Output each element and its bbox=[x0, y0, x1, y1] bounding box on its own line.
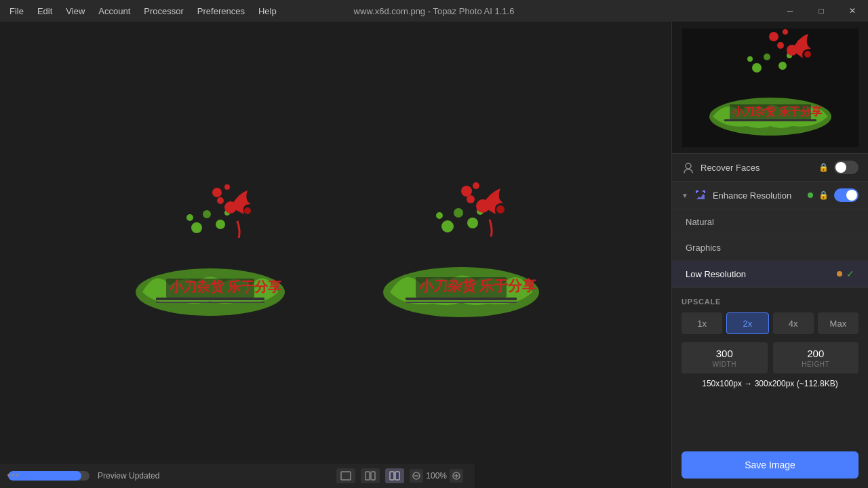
close-button[interactable]: ✕ bbox=[837, 0, 868, 22]
svg-rect-42 bbox=[390, 472, 394, 480]
svg-point-9 bbox=[217, 197, 224, 204]
menu-view[interactable]: View bbox=[59, 3, 92, 19]
upscale-4x-button[interactable]: 4x bbox=[773, 312, 814, 334]
zoom-decrease-button[interactable] bbox=[410, 469, 423, 483]
width-label: WIDTH bbox=[687, 361, 762, 368]
svg-rect-39 bbox=[341, 472, 351, 480]
svg-rect-43 bbox=[395, 472, 399, 480]
enhance-active-dot bbox=[808, 192, 813, 198]
svg-point-29 bbox=[473, 182, 479, 189]
zoom-increase-button[interactable] bbox=[450, 469, 463, 483]
height-field[interactable]: 200 HEIGHT bbox=[773, 342, 859, 373]
resolution-to: 300x200px bbox=[755, 379, 795, 388]
view-split-button[interactable] bbox=[361, 468, 380, 483]
resolution-size-val: (~112.8KB) bbox=[797, 379, 838, 388]
view-single-button[interactable] bbox=[336, 468, 355, 483]
svg-rect-41 bbox=[371, 472, 375, 480]
mode-graphics[interactable]: Graphics bbox=[672, 235, 868, 261]
mode-low-resolution-label: Low Resolution bbox=[686, 269, 837, 279]
low-resolution-dot bbox=[837, 271, 842, 277]
svg-point-19 bbox=[441, 220, 454, 232]
enhance-resolution-section: ▼ Enhance Resolution 🔒 Natural bbox=[672, 182, 868, 287]
svg-point-21 bbox=[454, 208, 463, 218]
svg-point-54 bbox=[778, 62, 787, 70]
svg-point-59 bbox=[777, 42, 784, 49]
activities-button[interactable] bbox=[5, 468, 20, 483]
image-comparison-panels: 小刀杂货 乐于分享 bbox=[95, 167, 576, 343]
svg-rect-64 bbox=[724, 119, 816, 121]
right-panel: 小刀杂货 乐于分享 Recover Faces 🔒 ▼ bbox=[671, 22, 868, 488]
menu-processor[interactable]: Processor bbox=[137, 3, 191, 19]
svg-point-10 bbox=[212, 188, 222, 197]
upscale-1x-button[interactable]: 1x bbox=[682, 312, 722, 334]
recover-faces-lock-icon: 🔒 bbox=[818, 163, 829, 172]
upscale-title: UPSCALE bbox=[682, 298, 859, 306]
resolution-arrow: → bbox=[744, 379, 754, 388]
svg-point-52 bbox=[747, 56, 753, 62]
svg-point-8 bbox=[244, 207, 251, 214]
height-label: HEIGHT bbox=[778, 361, 854, 368]
svg-point-38 bbox=[16, 474, 18, 476]
image-panel-left: 小刀杂货 乐于分享 bbox=[95, 167, 326, 343]
svg-point-60 bbox=[769, 32, 778, 41]
mode-natural[interactable]: Natural bbox=[672, 209, 868, 235]
svg-point-28 bbox=[461, 186, 472, 197]
enhance-resolution-toggle[interactable] bbox=[834, 188, 859, 202]
image-thumbnail: 小刀杂货 乐于分享 bbox=[672, 22, 868, 154]
menu-edit[interactable]: Edit bbox=[31, 3, 59, 19]
width-field[interactable]: 300 WIDTH bbox=[682, 342, 768, 373]
svg-rect-16 bbox=[156, 298, 264, 300]
menu-file[interactable]: File bbox=[3, 3, 31, 19]
svg-point-2 bbox=[186, 214, 193, 221]
resolution-info: 150x100px → 300x200px (~112.8KB) bbox=[682, 379, 859, 388]
svg-text:小刀杂货 乐于分享: 小刀杂货 乐于分享 bbox=[732, 105, 823, 117]
upscale-section: UPSCALE 1x 2x 4x Max 300 WIDTH 200 HEIGH… bbox=[672, 287, 868, 407]
svg-point-27 bbox=[467, 195, 475, 203]
svg-point-36 bbox=[7, 474, 10, 476]
svg-point-1 bbox=[191, 222, 202, 233]
svg-rect-17 bbox=[156, 302, 264, 303]
enhance-resolution-header[interactable]: ▼ Enhance Resolution 🔒 bbox=[672, 182, 868, 209]
menu-bar: File Edit View Account Processor Prefere… bbox=[0, 0, 283, 22]
svg-rect-40 bbox=[366, 472, 370, 480]
window-controls: ─ □ ✕ bbox=[774, 0, 868, 22]
svg-point-37 bbox=[12, 474, 14, 476]
mode-graphics-label: Graphics bbox=[686, 243, 854, 253]
svg-point-65 bbox=[686, 163, 691, 169]
image-panel-right: 小刀杂货 乐于分享 bbox=[346, 167, 576, 343]
upscale-2x-button[interactable]: 2x bbox=[726, 312, 768, 334]
menu-account[interactable]: Account bbox=[92, 3, 137, 19]
svg-rect-35 bbox=[406, 302, 517, 303]
window-title: www.x6d.com.png - Topaz Photo AI 1.1.6 bbox=[354, 6, 515, 16]
upscale-max-button[interactable]: Max bbox=[818, 312, 859, 334]
width-value: 300 bbox=[687, 348, 762, 359]
svg-text:小刀杂货 乐于分享: 小刀杂货 乐于分享 bbox=[418, 278, 537, 294]
maximize-button[interactable]: □ bbox=[806, 0, 837, 22]
recover-faces-row: Recover Faces 🔒 bbox=[672, 154, 868, 182]
main-layout: 小刀杂货 乐于分享 bbox=[0, 22, 868, 488]
height-value: 200 bbox=[778, 348, 854, 359]
svg-text:小刀杂货 乐于分享: 小刀杂货 乐于分享 bbox=[169, 279, 282, 294]
resolution-from: 150x100px bbox=[702, 379, 742, 388]
menu-help[interactable]: Help bbox=[252, 3, 283, 19]
bottom-right-controls: 100% bbox=[336, 464, 471, 488]
recover-faces-label: Recover Faces bbox=[701, 163, 813, 173]
canvas-area[interactable]: 小刀杂货 乐于分享 bbox=[0, 22, 671, 488]
menu-preferences[interactable]: Preferences bbox=[191, 3, 252, 19]
minimize-button[interactable]: ─ bbox=[774, 0, 806, 22]
mode-low-resolution[interactable]: Low Resolution ✓ bbox=[672, 261, 868, 287]
dimensions: 300 WIDTH 200 HEIGHT bbox=[682, 342, 859, 373]
svg-rect-34 bbox=[406, 298, 517, 300]
recover-faces-icon bbox=[682, 161, 695, 174]
svg-point-58 bbox=[804, 51, 811, 58]
enhance-resolution-icon bbox=[694, 188, 707, 202]
view-sidebyside-button[interactable] bbox=[385, 468, 404, 483]
svg-point-22 bbox=[467, 218, 478, 228]
enhance-chevron-icon: ▼ bbox=[682, 192, 688, 199]
zoom-level: 100% bbox=[426, 471, 447, 481]
recover-faces-toggle[interactable] bbox=[834, 161, 859, 174]
save-image-button[interactable]: Save Image bbox=[682, 451, 859, 479]
svg-point-4 bbox=[216, 220, 225, 229]
enhance-resolution-label: Enhance Resolution bbox=[713, 190, 802, 201]
zoom-control: 100% bbox=[410, 469, 463, 483]
